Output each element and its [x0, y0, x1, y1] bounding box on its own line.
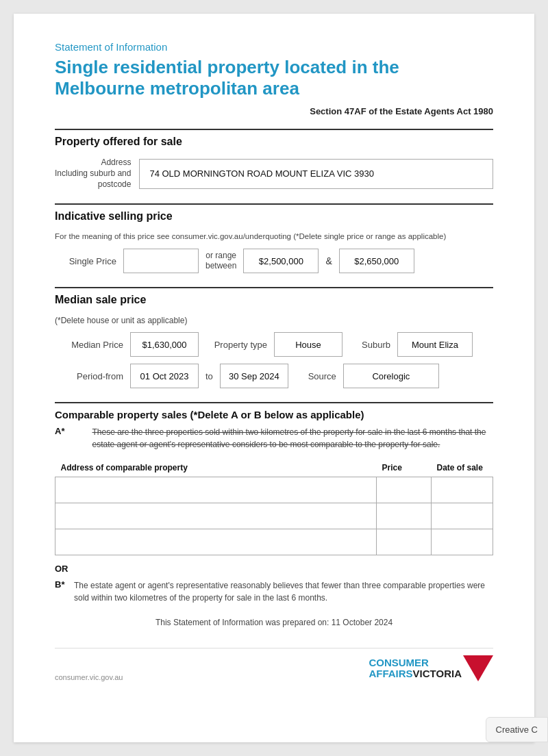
address-value: 74 OLD MORNINGTON ROAD MOUNT ELIZA VIC 3…	[139, 159, 493, 189]
period-to-value: 30 Sep 2024	[220, 364, 288, 388]
range-high-box: $2,650,000	[339, 249, 414, 273]
comparable-section: Comparable property sales (*Delete A or …	[55, 402, 493, 604]
single-price-box	[123, 249, 199, 273]
or-text: OR	[55, 564, 493, 574]
selling-price-note: For the meaning of this price see consum…	[55, 232, 493, 240]
table-cell-price-3	[377, 529, 432, 555]
table-cell-price-2	[377, 503, 432, 529]
comparable-title: Comparable property sales (*Delete A or …	[55, 402, 493, 420]
median-price-label: Median Price	[55, 340, 123, 350]
address-row: AddressIncluding suburb andpostcode 74 O…	[55, 158, 493, 190]
a-label: A*	[55, 426, 64, 456]
statement-label: Statement of Information	[55, 41, 493, 53]
b-section: B* The estate agent or agent's represent…	[55, 579, 493, 604]
col-header-date: Date of sale	[432, 459, 493, 477]
b-label: B*	[55, 579, 68, 604]
source-label: Source	[295, 371, 336, 381]
table-cell-date-1	[432, 477, 493, 503]
cav-consumer: CONSUMER AFFAIRSVICTORIA	[369, 657, 462, 680]
median-price-value: $1,630,000	[130, 332, 199, 357]
to-text: to	[206, 371, 213, 381]
cav-triangle-icon	[463, 655, 493, 681]
ampersand: &	[325, 255, 332, 266]
address-label: AddressIncluding suburb andpostcode	[55, 158, 139, 190]
cav-text: CONSUMER AFFAIRSVICTORIA	[369, 657, 462, 680]
property-offered-title: Property offered for sale	[55, 129, 493, 148]
median-row-1: Median Price $1,630,000 Property type Ho…	[55, 332, 493, 357]
range-low-box: $2,500,000	[243, 249, 319, 273]
property-type-value: House	[274, 332, 342, 357]
comparable-table: Address of comparable property Price Dat…	[55, 459, 493, 555]
footer: consumer.vic.gov.au CONSUMER AFFAIRSVICT…	[55, 648, 493, 681]
period-from-value: 01 Oct 2023	[130, 364, 199, 388]
source-value: Corelogic	[343, 364, 439, 388]
price-row: Single Price or rangebetween $2,500,000 …	[55, 249, 493, 273]
a-star-row: A* These are the three properties sold w…	[55, 426, 493, 459]
suburb-value: Mount Eliza	[397, 332, 473, 357]
main-title: Single residential property located in t…	[55, 57, 493, 99]
table-cell-address-3	[55, 529, 377, 555]
median-subtitle: (*Delete house or unit as applicable)	[55, 316, 493, 325]
col-header-address: Address of comparable property	[55, 459, 377, 477]
footer-url: consumer.vic.gov.au	[55, 673, 123, 681]
col-header-price: Price	[377, 459, 432, 477]
table-row	[55, 503, 493, 529]
table-cell-price-1	[377, 477, 432, 503]
table-row	[55, 477, 493, 503]
table-row	[55, 529, 493, 555]
table-cell-address-1	[55, 477, 377, 503]
act-reference: Section 47AF of the Estate Agents Act 19…	[55, 106, 493, 116]
page-container: Statement of Information Single resident…	[14, 14, 534, 742]
table-cell-date-2	[432, 503, 493, 529]
b-text: The estate agent or agent's representati…	[74, 579, 493, 604]
creative-button[interactable]: Creative C	[486, 717, 548, 742]
cav-logo: CONSUMER AFFAIRSVICTORIA	[369, 655, 493, 681]
period-from-label: Period-from	[55, 371, 123, 381]
indicative-price-title: Indicative selling price	[55, 203, 493, 223]
a-text: These are the three properties sold with…	[92, 426, 493, 451]
prepared-on: This Statement of Information was prepar…	[55, 618, 493, 627]
single-price-label: Single Price	[55, 256, 116, 266]
table-cell-date-3	[432, 529, 493, 555]
property-type-label: Property type	[206, 340, 267, 350]
suburb-label: Suburb	[349, 340, 390, 350]
or-range-text: or rangebetween	[206, 251, 236, 272]
median-section: Median sale price (*Delete house or unit…	[55, 287, 493, 388]
median-sale-title: Median sale price	[55, 287, 493, 306]
table-cell-address-2	[55, 503, 377, 529]
median-row-2: Period-from 01 Oct 2023 to 30 Sep 2024 S…	[55, 364, 493, 388]
